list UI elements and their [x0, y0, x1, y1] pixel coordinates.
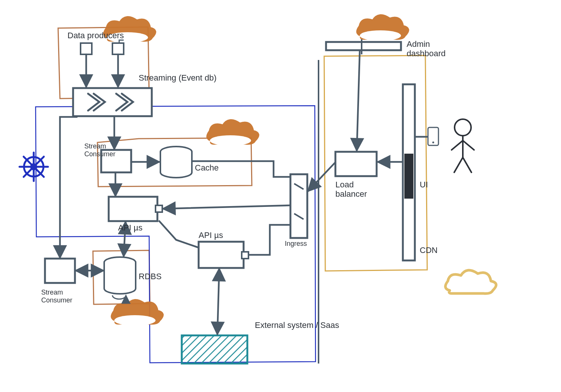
svg-line-14: [452, 141, 463, 150]
label-cache: Cache: [195, 163, 219, 172]
external-system-box: [182, 335, 247, 364]
label-ui: UI: [420, 180, 428, 189]
svg-point-12: [455, 119, 471, 136]
cloud-icon: [112, 300, 163, 326]
svg-rect-6: [156, 205, 162, 212]
svg-line-15: [463, 141, 474, 150]
svg-rect-10: [404, 154, 413, 199]
label-admin-dashboard: Admin dashboard: [407, 39, 446, 58]
svg-line-30: [163, 205, 290, 209]
streaming-bus: [73, 88, 152, 116]
user-icon: [452, 119, 474, 172]
stream-consumer-box: [45, 259, 75, 283]
cloud-icon: [446, 270, 496, 293]
label-api-ms-1: API µs: [118, 223, 142, 232]
load-balancer-box: [335, 152, 377, 176]
architecture-diagram: Data producers Streaming (Event db) Stre…: [0, 0, 561, 392]
svg-rect-7: [242, 252, 248, 259]
svg-point-4: [360, 30, 401, 41]
label-api-ms-2: API µs: [199, 230, 223, 240]
cloud-icon: [208, 120, 258, 146]
cloud-icon: [358, 15, 408, 41]
svg-line-33: [217, 269, 219, 334]
svg-line-17: [463, 157, 471, 172]
label-data-producers: Data producers: [67, 31, 124, 40]
svg-line-34: [308, 163, 335, 191]
helm-wheel-icon: [19, 153, 48, 181]
label-external-system: External system / Saas: [255, 320, 339, 330]
api-ms-box: [109, 197, 157, 221]
label-streaming: Streaming (Event db): [139, 73, 217, 82]
producer-box: [112, 43, 124, 54]
label-ingress: Ingress: [285, 240, 307, 248]
svg-line-16: [454, 157, 463, 172]
svg-point-2: [210, 135, 251, 146]
ingress-bar: [290, 174, 307, 238]
svg-line-35: [357, 51, 360, 151]
label-stream-consumer: Stream Consumer: [84, 142, 115, 158]
label-cdn: CDN: [420, 245, 438, 255]
label-load-balancer: Load balancer: [335, 180, 367, 199]
label-rdbs: RDBS: [139, 272, 162, 281]
rdbs-cylinder: [104, 257, 136, 299]
svg-point-3: [114, 315, 156, 326]
producer-box: [81, 43, 92, 54]
api-ms-box: [199, 242, 244, 268]
admin-dashboard-box: [326, 42, 401, 50]
label-stream-consumer-b: Stream Consumer: [41, 289, 72, 304]
cache-cylinder: [160, 147, 192, 178]
svg-point-11: [432, 142, 434, 144]
